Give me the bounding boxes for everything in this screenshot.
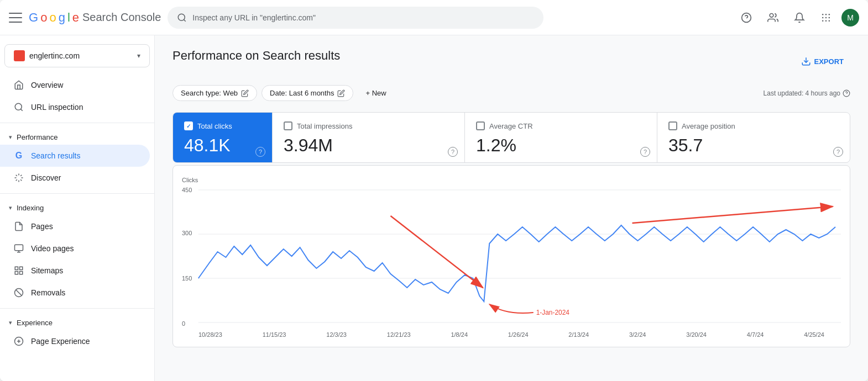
search-placeholder: Inspect any URL in "englertinc.com" (192, 13, 316, 22)
discover-icon (13, 172, 24, 183)
accounts-button[interactable] (762, 7, 784, 29)
nav-divider-2 (0, 193, 154, 194)
svg-line-23 (20, 175, 22, 176)
new-filter-button[interactable]: + New (358, 86, 394, 100)
metric-card-total-clicks[interactable]: Total clicks 48.1K ? (173, 113, 273, 162)
svg-point-6 (825, 13, 827, 15)
removals-icon (13, 287, 24, 298)
search-results-label: Search results (31, 151, 80, 160)
content-area: Performance on Search results EXPORT Sea… (155, 35, 868, 381)
svg-point-4 (770, 13, 773, 17)
average-position-checkbox[interactable] (668, 121, 677, 130)
sitemaps-icon (13, 265, 24, 276)
performance-section-header[interactable]: ▾ Performance (0, 128, 154, 145)
experience-chevron-icon: ▾ (9, 319, 12, 326)
video-pages-label: Video pages (31, 244, 74, 253)
svg-line-21 (20, 179, 22, 181)
sitemaps-label: Sitemaps (31, 266, 63, 275)
google-g-icon: G (13, 150, 24, 161)
sidebar: englertinc.com ▾ Overview U (0, 35, 155, 381)
property-name: englertinc.com (29, 51, 133, 60)
filter-bar: Search type: Web Date: Last 6 months + N… (172, 85, 850, 101)
property-chevron-icon: ▾ (137, 52, 140, 60)
svg-line-32 (16, 290, 22, 296)
pages-icon (13, 221, 24, 232)
property-selector[interactable]: englertinc.com ▾ (4, 44, 150, 67)
svg-line-22 (16, 179, 17, 181)
sidebar-item-removals[interactable]: Removals (0, 282, 150, 304)
svg-line-15 (20, 109, 22, 110)
sidebar-item-pages[interactable]: Pages (0, 215, 150, 237)
property-favicon (14, 50, 25, 61)
sidebar-item-discover[interactable]: Discover (0, 167, 150, 189)
svg-point-13 (829, 20, 830, 22)
last-updated-help-icon[interactable] (843, 89, 850, 97)
average-ctr-help[interactable]: ? (640, 147, 650, 157)
sidebar-item-page-experience[interactable]: Page Experience (0, 330, 150, 352)
url-inspection-icon (13, 102, 24, 113)
indexing-chevron-icon: ▾ (9, 204, 12, 211)
google-logo: Google Search Console (29, 10, 161, 25)
total-clicks-value: 48.1K (184, 135, 261, 156)
performance-section-label: Performance (17, 133, 57, 141)
date-filter[interactable]: Date: Last 6 months (262, 85, 353, 101)
total-clicks-help[interactable]: ? (255, 147, 265, 157)
total-impressions-checkbox[interactable] (284, 121, 292, 130)
indexing-section-label: Indexing (17, 204, 44, 212)
search-icon (177, 13, 187, 23)
svg-point-12 (825, 20, 827, 22)
svg-point-11 (822, 20, 824, 22)
x-axis-labels: 10/28/23 11/15/23 12/3/23 12/21/23 1/8/2… (182, 329, 841, 338)
svg-line-20 (16, 175, 17, 176)
sidebar-item-overview[interactable]: Overview (0, 74, 150, 96)
search-type-edit-icon (241, 89, 249, 97)
help-button[interactable] (735, 7, 757, 29)
svg-rect-27 (15, 267, 18, 269)
total-clicks-checkbox[interactable] (184, 121, 193, 130)
page-title: Performance on Search results (172, 49, 340, 63)
svg-point-14 (15, 103, 22, 110)
svg-point-9 (825, 17, 827, 18)
date-edit-icon (337, 89, 345, 97)
nav-divider-3 (0, 308, 154, 309)
url-inspect-search[interactable]: Inspect any URL in "englertinc.com" (168, 7, 543, 29)
search-type-filter[interactable]: Search type: Web (172, 85, 257, 101)
svg-point-5 (822, 13, 824, 15)
indexing-section-header[interactable]: ▾ Indexing (0, 198, 154, 215)
svg-rect-29 (20, 272, 23, 274)
average-ctr-value: 1.2% (476, 135, 646, 156)
avatar[interactable]: M (841, 9, 859, 27)
chart-y-label: Clicks (182, 177, 841, 183)
nav-divider-1 (0, 123, 154, 123)
home-icon (13, 80, 24, 91)
metric-card-average-position[interactable]: Average position 35.7 ? (657, 113, 850, 162)
export-icon (801, 56, 811, 66)
average-position-help[interactable]: ? (833, 147, 843, 157)
svg-point-0 (179, 14, 185, 20)
total-impressions-help[interactable]: ? (448, 147, 458, 157)
notifications-button[interactable] (788, 7, 811, 29)
svg-line-48 (632, 207, 833, 223)
experience-section-header[interactable]: ▾ Experience (0, 313, 154, 330)
sidebar-item-search-results[interactable]: G Search results (0, 145, 150, 167)
total-impressions-value: 3.94M (284, 135, 453, 156)
metric-card-total-impressions[interactable]: Total impressions 3.94M ? (273, 113, 465, 162)
page-experience-icon (13, 336, 24, 347)
apps-button[interactable] (815, 7, 837, 29)
metric-card-average-ctr[interactable]: Average CTR 1.2% ? (465, 113, 657, 162)
svg-rect-24 (15, 245, 23, 251)
discover-label: Discover (31, 173, 61, 182)
menu-button[interactable] (9, 11, 22, 24)
chart-container: Clicks 450 300 150 0 (172, 165, 850, 347)
svg-line-1 (184, 19, 186, 21)
svg-point-7 (829, 13, 830, 15)
performance-chevron-icon: ▾ (9, 134, 12, 141)
video-pages-icon (13, 243, 24, 254)
svg-line-47 (390, 216, 483, 288)
sidebar-item-video-pages[interactable]: Video pages (0, 237, 150, 260)
average-ctr-checkbox[interactable] (476, 121, 485, 130)
sidebar-item-url-inspection[interactable]: URL inspection (0, 96, 150, 118)
export-button[interactable]: EXPORT (794, 52, 850, 71)
svg-point-10 (829, 17, 830, 18)
sidebar-item-sitemaps[interactable]: Sitemaps (0, 260, 150, 282)
